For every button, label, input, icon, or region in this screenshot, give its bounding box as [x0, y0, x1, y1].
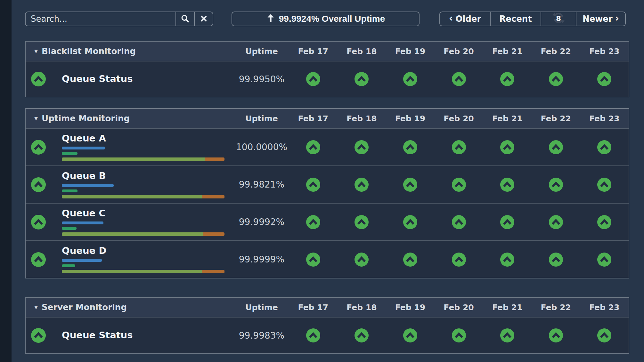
- monitor-name-block: Queue D: [62, 245, 224, 273]
- day-status-up-icon[interactable]: [452, 253, 466, 267]
- search-icon: [180, 14, 190, 24]
- day-cell: [483, 140, 532, 154]
- column-header-date: Feb 21: [483, 47, 532, 56]
- collapse-triangle-icon[interactable]: ▾: [34, 48, 38, 55]
- search-button[interactable]: [175, 12, 194, 26]
- uptime-value: 99.9999%: [239, 254, 284, 265]
- day-cell: [289, 178, 338, 192]
- section-title[interactable]: Uptime Monitoring: [42, 114, 130, 123]
- collapse-triangle-icon[interactable]: ▾: [34, 115, 38, 122]
- overall-uptime-button[interactable]: 99.9924% Overall Uptime: [232, 12, 420, 26]
- monitor-name-block: Queue A: [62, 133, 224, 161]
- queue-name[interactable]: Queue C: [62, 208, 224, 219]
- bar-green: [62, 227, 77, 230]
- day-status-up-icon[interactable]: [549, 140, 563, 154]
- recent-button[interactable]: Recent: [490, 12, 541, 26]
- day-cell: [435, 140, 483, 154]
- response-bars: [62, 147, 224, 161]
- day-status-up-icon[interactable]: [597, 178, 611, 192]
- section-title[interactable]: Server Monitoring: [42, 302, 127, 312]
- day-status-up-icon[interactable]: [403, 178, 417, 192]
- queue-name[interactable]: Queue B: [62, 171, 224, 181]
- day-status-up-icon[interactable]: [355, 178, 369, 192]
- day-status-up-icon[interactable]: [500, 72, 514, 86]
- day-cell: [435, 72, 483, 86]
- day-status-up-icon[interactable]: [403, 72, 417, 86]
- day-status-up-icon[interactable]: [500, 328, 514, 342]
- day-status-up-icon[interactable]: [452, 178, 466, 192]
- day-status-up-icon[interactable]: [549, 178, 563, 192]
- day-status-up-icon[interactable]: [306, 253, 320, 267]
- day-status-up-icon[interactable]: [597, 72, 611, 86]
- section-header-name-cell: ▾Blacklist Monitoring: [26, 46, 234, 56]
- bar-uptime-track: [62, 157, 224, 161]
- day-status-up-icon[interactable]: [597, 140, 611, 154]
- column-header-uptime: Uptime: [234, 303, 289, 312]
- day-status-up-icon[interactable]: [500, 215, 514, 229]
- column-header-date: Feb 22: [532, 114, 580, 123]
- clear-search-button[interactable]: [194, 12, 213, 26]
- day-cell: [289, 215, 338, 229]
- day-status-up-icon[interactable]: [355, 72, 369, 86]
- day-status-up-icon[interactable]: [500, 140, 514, 154]
- response-bars: [62, 221, 224, 236]
- day-status-up-icon[interactable]: [355, 253, 369, 267]
- day-status-up-icon[interactable]: [500, 178, 514, 192]
- queue-name[interactable]: Queue Status: [62, 330, 133, 341]
- collapse-triangle-icon[interactable]: ▾: [34, 304, 38, 311]
- bar-ok-segment: [62, 157, 205, 161]
- day-status-up-icon[interactable]: [452, 140, 466, 154]
- queue-name[interactable]: Queue D: [62, 245, 224, 256]
- day-status-up-icon[interactable]: [306, 178, 320, 192]
- status-up-icon: [31, 328, 46, 343]
- bar-blue: [62, 147, 105, 149]
- day-cell: [338, 140, 386, 154]
- queue-name[interactable]: Queue A: [62, 133, 224, 144]
- newer-label: Newer: [583, 14, 613, 24]
- day-status-up-icon[interactable]: [403, 215, 417, 229]
- day-cell: [386, 140, 435, 154]
- day-cell: [580, 215, 629, 229]
- day-status-up-icon[interactable]: [549, 253, 563, 267]
- history-pager: ‹ Older Recent 8: [439, 12, 626, 26]
- column-header-date: Feb 22: [532, 47, 580, 56]
- day-status-up-icon[interactable]: [500, 253, 514, 267]
- day-status-up-icon[interactable]: [597, 215, 611, 229]
- day-cell: [338, 72, 386, 86]
- day-status-up-icon[interactable]: [549, 72, 563, 86]
- day-cell: [532, 178, 580, 192]
- day-cell: [483, 215, 532, 229]
- day-cell: [483, 72, 532, 86]
- older-button[interactable]: ‹ Older: [440, 12, 490, 26]
- day-cell: [289, 328, 338, 342]
- day-cell: [580, 72, 629, 86]
- day-cell: [435, 328, 483, 342]
- section-header-row: ▾Server MonitoringUptimeFeb 17Feb 18Feb …: [26, 298, 629, 317]
- day-status-up-icon[interactable]: [306, 72, 320, 86]
- day-status-up-icon[interactable]: [403, 140, 417, 154]
- day-status-up-icon[interactable]: [403, 328, 417, 342]
- day-status-up-icon[interactable]: [597, 328, 611, 342]
- bar-ok-segment: [62, 232, 203, 236]
- day-status-up-icon[interactable]: [549, 215, 563, 229]
- day-status-up-icon[interactable]: [403, 253, 417, 267]
- day-status-up-icon[interactable]: [306, 140, 320, 154]
- newer-button[interactable]: Newer ›: [576, 12, 625, 26]
- day-status-up-icon[interactable]: [355, 215, 369, 229]
- section-title[interactable]: Blacklist Monitoring: [42, 46, 136, 56]
- column-header-date: Feb 18: [338, 303, 386, 312]
- day-status-up-icon[interactable]: [452, 72, 466, 86]
- search-input[interactable]: [26, 12, 175, 26]
- day-status-up-icon[interactable]: [306, 215, 320, 229]
- day-status-up-icon[interactable]: [597, 253, 611, 267]
- queue-name[interactable]: Queue Status: [62, 74, 133, 84]
- day-cell: [483, 178, 532, 192]
- day-status-up-icon[interactable]: [355, 140, 369, 154]
- day-status-up-icon[interactable]: [452, 215, 466, 229]
- refresh-button[interactable]: 8: [541, 12, 576, 26]
- day-status-up-icon[interactable]: [549, 328, 563, 342]
- day-status-up-icon[interactable]: [306, 328, 320, 342]
- day-status-up-icon[interactable]: [452, 328, 466, 342]
- day-cell: [435, 215, 483, 229]
- day-status-up-icon[interactable]: [355, 328, 369, 342]
